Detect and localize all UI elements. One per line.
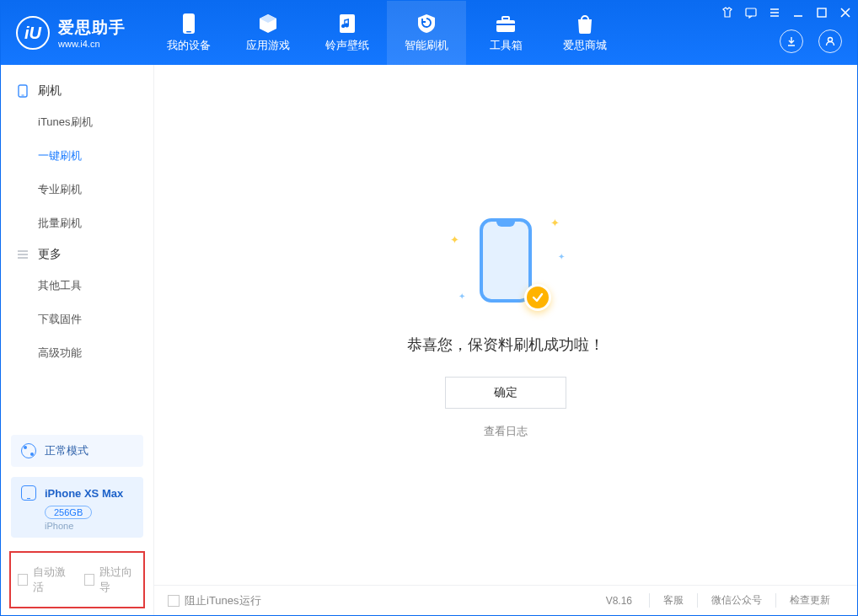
options-highlight: 自动激活 跳过向导 — [9, 551, 145, 608]
device-capacity: 256GB — [45, 506, 92, 519]
close-icon[interactable] — [839, 6, 852, 19]
ok-button[interactable]: 确定 — [445, 377, 566, 409]
svg-rect-3 — [496, 20, 515, 32]
main-panel: ✦ ✦ ✦ ✦ 恭喜您，保资料刷机成功啦！ 确定 查看日志 — [154, 65, 857, 585]
content-area: ✦ ✦ ✦ ✦ 恭喜您，保资料刷机成功啦！ 确定 查看日志 阻止iTunes运行… — [154, 65, 857, 615]
phone-illustration-icon — [480, 218, 532, 303]
checkbox-label: 跳过向导 — [99, 565, 137, 595]
check-badge-icon — [524, 284, 551, 311]
device-small-icon — [16, 84, 29, 98]
device-row: iPhone XS Max — [21, 485, 133, 501]
bag-icon — [574, 13, 596, 35]
svg-rect-1 — [186, 31, 191, 33]
menu-icon[interactable] — [768, 6, 781, 19]
sidebar-item-itunes-flash[interactable]: iTunes刷机 — [38, 105, 153, 139]
tab-ringtone-wallpaper[interactable]: 铃声壁纸 — [308, 1, 387, 65]
phone-icon — [178, 13, 200, 35]
checkbox-skip-wizard[interactable]: 跳过向导 — [84, 565, 137, 595]
checkbox-auto-activate[interactable]: 自动激活 — [18, 565, 71, 595]
app-subtitle: www.i4.cn — [58, 39, 126, 49]
cube-icon — [257, 13, 279, 35]
svg-rect-0 — [183, 13, 195, 34]
tab-toolbox[interactable]: 工具箱 — [466, 1, 545, 65]
group-title: 刷机 — [38, 83, 62, 99]
device-type: iPhone — [45, 521, 133, 531]
sparkle-icon: ✦ — [450, 233, 459, 246]
mode-card[interactable]: 正常模式 — [11, 435, 143, 467]
sparkle-icon: ✦ — [550, 217, 560, 229]
tab-label: 爱思商城 — [563, 38, 607, 53]
sidebar-item-oneclick-flash[interactable]: 一键刷机 — [38, 139, 153, 173]
footer-link-support[interactable]: 客服 — [649, 593, 697, 608]
app-title: 爱思助手 — [58, 17, 126, 39]
window-controls — [721, 6, 852, 19]
tab-label: 智能刷机 — [405, 38, 448, 53]
checkbox-block-itunes[interactable]: 阻止iTunes运行 — [168, 593, 261, 608]
sparkle-icon: ✦ — [458, 292, 465, 301]
list-icon — [16, 248, 29, 261]
app-window: iU 爱思助手 www.i4.cn 我的设备 应用游戏 铃声壁纸 智能刷机 — [0, 0, 858, 616]
svg-rect-5 — [496, 24, 515, 25]
tab-store[interactable]: 爱思商城 — [545, 1, 625, 65]
checkbox-label: 自动激活 — [33, 565, 70, 595]
sidebar-item-batch-flash[interactable]: 批量刷机 — [38, 206, 153, 240]
sidebar-item-advanced[interactable]: 高级功能 — [38, 336, 153, 370]
minimize-icon[interactable] — [791, 6, 805, 19]
success-illustration: ✦ ✦ ✦ ✦ — [447, 212, 565, 313]
group-more[interactable]: 更多 — [1, 240, 153, 269]
sidebar-item-other-tools[interactable]: 其他工具 — [38, 269, 153, 303]
checkbox-icon — [168, 595, 180, 607]
logo-text: 爱思助手 www.i4.cn — [58, 17, 126, 49]
sidebar: 刷机 iTunes刷机 一键刷机 专业刷机 批量刷机 更多 其他工具 下载固件 … — [1, 65, 154, 615]
tab-apps-games[interactable]: 应用游戏 — [228, 1, 308, 65]
svg-point-8 — [829, 38, 833, 42]
body: 刷机 iTunes刷机 一键刷机 专业刷机 批量刷机 更多 其他工具 下载固件 … — [1, 65, 857, 615]
tab-smart-flash[interactable]: 智能刷机 — [387, 1, 466, 65]
maximize-icon[interactable] — [815, 6, 829, 19]
svg-rect-4 — [502, 17, 509, 20]
tab-label: 我的设备 — [167, 38, 211, 53]
group-more-items: 其他工具 下载固件 高级功能 — [1, 269, 153, 370]
sidebar-item-pro-flash[interactable]: 专业刷机 — [38, 173, 153, 206]
user-icon[interactable] — [818, 29, 842, 53]
refresh-shield-icon — [416, 13, 437, 35]
main-tabs: 我的设备 应用游戏 铃声壁纸 智能刷机 工具箱 爱思商城 — [149, 1, 625, 65]
footer-link-wechat[interactable]: 微信公众号 — [697, 593, 775, 608]
sidebar-scroll: 刷机 iTunes刷机 一键刷机 专业刷机 批量刷机 更多 其他工具 下载固件 … — [1, 65, 153, 426]
group-title: 更多 — [38, 247, 62, 262]
checkbox-icon — [84, 574, 94, 586]
tab-label: 铃声壁纸 — [325, 38, 369, 53]
logo-area: iU 爱思助手 www.i4.cn — [1, 1, 141, 65]
mode-icon — [21, 443, 36, 458]
mode-label: 正常模式 — [45, 443, 88, 458]
sparkle-icon: ✦ — [558, 252, 565, 261]
footer-link-check-update[interactable]: 检查更新 — [775, 593, 844, 608]
device-name: iPhone XS Max — [45, 487, 123, 500]
tab-label: 应用游戏 — [246, 38, 290, 53]
checkbox-icon — [18, 574, 28, 586]
device-icon — [21, 485, 36, 501]
titlebar: iU 爱思助手 www.i4.cn 我的设备 应用游戏 铃声壁纸 智能刷机 — [1, 1, 857, 65]
footer: 阻止iTunes运行 V8.16 客服 微信公众号 检查更新 — [154, 585, 857, 615]
shirt-icon[interactable] — [721, 6, 734, 19]
version-label: V8.16 — [606, 595, 632, 607]
user-controls — [780, 29, 842, 53]
group-flash-items: iTunes刷机 一键刷机 专业刷机 批量刷机 — [1, 105, 153, 240]
svg-rect-10 — [22, 95, 24, 96]
view-log-link[interactable]: 查看日志 — [484, 424, 528, 439]
checkbox-label: 阻止iTunes运行 — [185, 593, 261, 608]
svg-rect-7 — [818, 8, 826, 17]
toolbox-icon — [495, 13, 517, 35]
success-message: 恭喜您，保资料刷机成功啦！ — [407, 335, 604, 355]
group-flash[interactable]: 刷机 — [1, 77, 153, 105]
tab-my-device[interactable]: 我的设备 — [149, 1, 228, 65]
svg-rect-6 — [746, 8, 756, 16]
device-card[interactable]: iPhone XS Max 256GB iPhone — [11, 477, 143, 538]
tab-label: 工具箱 — [490, 38, 523, 53]
music-note-icon — [336, 13, 358, 35]
download-icon[interactable] — [780, 29, 803, 53]
logo-icon: iU — [16, 16, 50, 50]
sidebar-item-download-firmware[interactable]: 下载固件 — [38, 303, 153, 336]
feedback-icon[interactable] — [744, 6, 758, 19]
